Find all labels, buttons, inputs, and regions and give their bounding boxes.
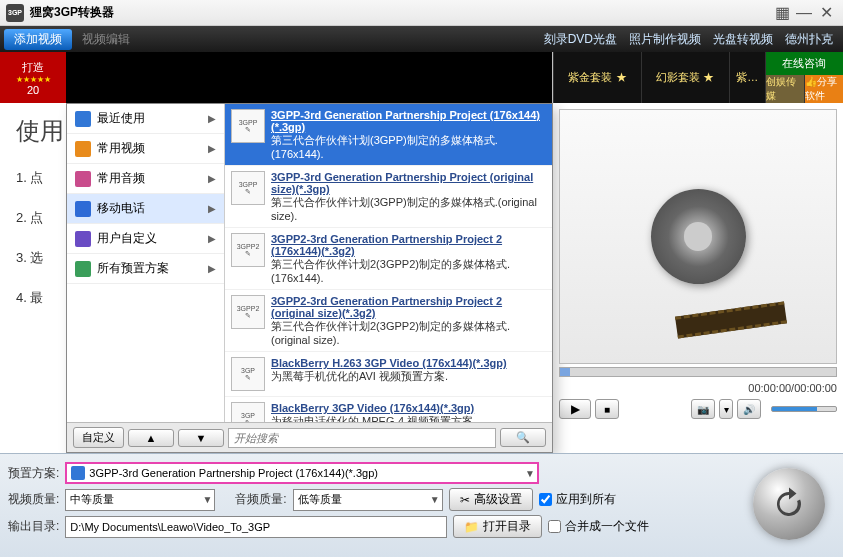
category-icon — [75, 231, 91, 247]
preset-item[interactable]: 3GPP✎3GPP-3rd Generation Partnership Pro… — [225, 166, 552, 228]
filmstrip-icon — [675, 301, 787, 338]
volume-slider[interactable] — [771, 406, 837, 412]
options-button[interactable]: ▦ — [771, 4, 793, 22]
refresh-icon — [771, 486, 807, 522]
device-icon — [71, 466, 85, 480]
category-icon — [75, 171, 91, 187]
category-item[interactable]: 用户自定义▶ — [67, 224, 224, 254]
preset-item[interactable]: 3GPP✎3GPP-3rd Generation Partnership Pro… — [225, 104, 552, 166]
video-quality-label: 视频质量: — [8, 491, 59, 508]
category-item[interactable]: 常用视频▶ — [67, 134, 224, 164]
category-item[interactable]: 常用音频▶ — [67, 164, 224, 194]
down-button[interactable]: ▼ — [178, 429, 224, 447]
toolbar-link[interactable]: 刻录DVD光盘 — [544, 31, 617, 48]
online-consult-button[interactable]: 在线咨询 — [765, 52, 843, 75]
preset-popup: 最近使用▶常用视频▶常用音频▶移动电话▶用户自定义▶所有预置方案▶ 3GPP✎3… — [66, 103, 553, 453]
toolbar-link[interactable]: 德州扑克 — [785, 31, 833, 48]
output-label: 输出目录: — [8, 518, 59, 535]
time-display: 00:00:00/00:00:00 — [748, 382, 837, 394]
play-button[interactable]: ▶ — [559, 399, 591, 419]
chevron-right-icon: ▶ — [208, 143, 216, 154]
app-title: 狸窝3GP转换器 — [30, 4, 771, 21]
share-button[interactable]: 👍分享软件 — [804, 75, 843, 103]
advanced-button[interactable]: ✂高级设置 — [449, 488, 533, 511]
preset-icon: 3GPP2✎ — [231, 233, 265, 267]
add-video-button[interactable]: 添加视频 — [4, 29, 72, 50]
chevron-right-icon: ▶ — [208, 263, 216, 274]
up-button[interactable]: ▲ — [128, 429, 174, 447]
toolbar-link[interactable]: 光盘转视频 — [713, 31, 773, 48]
preview-area — [559, 109, 837, 364]
minimize-button[interactable]: — — [793, 4, 815, 22]
category-icon — [75, 141, 91, 157]
toolbar-link[interactable]: 照片制作视频 — [629, 31, 701, 48]
chevron-right-icon: ▶ — [208, 203, 216, 214]
category-item[interactable]: 最近使用▶ — [67, 104, 224, 134]
chevron-right-icon: ▶ — [208, 233, 216, 244]
chevron-right-icon: ▶ — [208, 113, 216, 124]
preset-combo[interactable]: 3GPP-3rd Generation Partnership Project … — [65, 462, 539, 484]
snapshot-menu-button[interactable]: ▾ — [719, 399, 733, 419]
film-reel-icon — [651, 189, 746, 284]
category-icon — [75, 261, 91, 277]
banner-promo[interactable]: 打造 ★★★★★ 20 — [0, 52, 66, 103]
open-folder-button[interactable]: 📁打开目录 — [453, 515, 542, 538]
preset-icon: 3GPP✎ — [231, 171, 265, 205]
snapshot-button[interactable]: 📷 — [691, 399, 715, 419]
category-item[interactable]: 所有预置方案▶ — [67, 254, 224, 284]
app-logo: 3GP — [6, 4, 24, 22]
custom-button[interactable]: 自定义 — [73, 427, 124, 448]
preset-icon: 3GPP2✎ — [231, 295, 265, 329]
preset-label: 预置方案: — [8, 465, 59, 482]
progress-slider[interactable] — [559, 367, 837, 377]
close-button[interactable]: ✕ — [815, 4, 837, 22]
audio-quality-label: 音频质量: — [235, 491, 286, 508]
folder-icon: 📁 — [464, 520, 479, 534]
search-button[interactable]: 🔍 — [500, 428, 546, 447]
category-icon — [75, 201, 91, 217]
output-path-input[interactable] — [65, 516, 447, 538]
banner-cybw[interactable]: 创娱传媒 — [765, 75, 804, 103]
chevron-right-icon: ▶ — [208, 173, 216, 184]
banner-ad[interactable]: 紫… — [729, 52, 765, 103]
stop-button[interactable]: ■ — [595, 399, 619, 419]
category-item[interactable]: 移动电话▶ — [67, 194, 224, 224]
tools-icon: ✂ — [460, 493, 470, 507]
banner-ad[interactable]: 幻影套装 ★ — [641, 52, 729, 103]
preset-item[interactable]: 3GPP2✎3GPP2-3rd Generation Partnership P… — [225, 228, 552, 290]
apply-all-checkbox[interactable]: 应用到所有 — [539, 491, 616, 508]
category-icon — [75, 111, 91, 127]
preset-item[interactable]: 3GPP2✎3GPP2-3rd Generation Partnership P… — [225, 290, 552, 352]
video-quality-combo[interactable]: 中等质量▼ — [65, 489, 215, 511]
preset-icon: 3GPP✎ — [231, 109, 265, 143]
search-input[interactable] — [228, 428, 496, 448]
merge-checkbox[interactable]: 合并成一个文件 — [548, 518, 649, 535]
edit-video-button[interactable]: 视频编辑 — [72, 29, 140, 50]
convert-button[interactable] — [753, 468, 825, 540]
preset-icon: 3GP✎ — [231, 357, 265, 391]
banner-ad[interactable]: 紫金套装 ★ — [553, 52, 641, 103]
preset-item[interactable]: 3GP✎BlackBerry H.263 3GP Video (176x144)… — [225, 352, 552, 397]
volume-button[interactable]: 🔊 — [737, 399, 761, 419]
audio-quality-combo[interactable]: 低等质量▼ — [293, 489, 443, 511]
